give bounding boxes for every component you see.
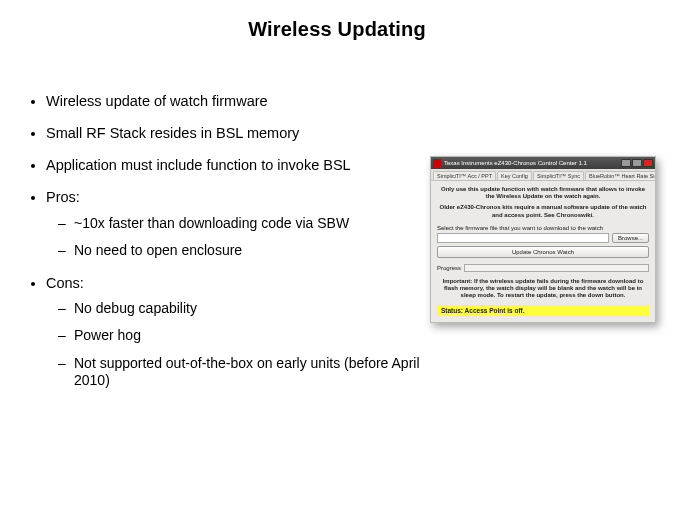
bullet-text: Application must include function to inv…	[46, 157, 351, 173]
bullet-text: Small RF Stack resides in BSL memory	[46, 125, 299, 141]
ti-logo-icon	[433, 159, 441, 167]
sub-text: Not supported out-of-the-box on early un…	[74, 355, 420, 389]
window-title: Texas Instruments eZ430-Chronos Control …	[444, 160, 620, 166]
firmware-file-input[interactable]	[437, 233, 609, 243]
bullet-text: Cons:	[46, 275, 84, 291]
sub-text: No need to open enclosure	[74, 242, 242, 258]
progress-label: Progress	[437, 265, 461, 271]
tab-simpliciti-sync[interactable]: SimpliciTI™ Sync	[533, 171, 584, 180]
sub-item: No debug capability	[58, 300, 426, 318]
note-main: Only use this update function with watch…	[437, 186, 649, 200]
sub-text: ~10x faster than downloading code via SB…	[74, 215, 349, 231]
tab-simpliciti-acc[interactable]: SimpliciTI™ Acc / PPT	[433, 171, 496, 180]
status-label: Status:	[441, 307, 463, 314]
tab-panel: Only use this update function with watch…	[431, 181, 655, 322]
bullet-item: Wireless update of watch firmware	[46, 92, 426, 110]
bullet-text: Wireless update of watch firmware	[46, 93, 268, 109]
sub-item: ~10x faster than downloading code via SB…	[58, 215, 426, 233]
maximize-button[interactable]	[632, 159, 642, 167]
sub-list: ~10x faster than downloading code via SB…	[46, 215, 426, 260]
tab-bar: SimpliciTI™ Acc / PPT Key Config Simplic…	[431, 169, 655, 181]
sub-text: No debug capability	[74, 300, 197, 316]
minimize-button[interactable]	[621, 159, 631, 167]
important-note: Important: If the wireless update fails …	[437, 278, 649, 300]
select-file-label: Select the firmware file that you want t…	[437, 225, 649, 231]
status-value: Access Point is off.	[465, 307, 525, 314]
update-watch-button[interactable]: Update Chronos Watch	[437, 246, 649, 258]
browse-button[interactable]: Browse...	[612, 233, 649, 243]
sub-list: No debug capability Power hog Not suppor…	[46, 300, 426, 390]
bullet-item: Small RF Stack resides in BSL memory	[46, 124, 426, 142]
file-row: Browse...	[437, 233, 649, 243]
sub-item: No need to open enclosure	[58, 242, 426, 260]
embedded-screenshot: Texas Instruments eZ430-Chronos Control …	[430, 156, 654, 323]
sub-item: Power hog	[58, 327, 426, 345]
status-bar: Status: Access Point is off.	[437, 305, 649, 316]
slide-body: Wireless update of watch firmware Small …	[26, 92, 426, 404]
slide-title: Wireless Updating	[0, 0, 674, 41]
tab-key-config[interactable]: Key Config	[497, 171, 532, 180]
bullet-list: Wireless update of watch firmware Small …	[26, 92, 426, 390]
progress-bar	[464, 264, 649, 272]
slide: Wireless Updating Wireless update of wat…	[0, 0, 674, 506]
bullet-text: Pros:	[46, 189, 80, 205]
note-older: Older eZ430-Chronos kits require a manua…	[437, 204, 649, 218]
bullet-item: Cons: No debug capability Power hog Not …	[46, 274, 426, 390]
bullet-item: Pros: ~10x faster than downloading code …	[46, 188, 426, 259]
sub-item: Not supported out-of-the-box on early un…	[58, 355, 426, 390]
app-window: Texas Instruments eZ430-Chronos Control …	[430, 156, 656, 323]
tab-bluerobin[interactable]: BlueRobin™ Heart Rate Sim	[585, 171, 655, 180]
progress-row: Progress	[437, 264, 649, 272]
titlebar: Texas Instruments eZ430-Chronos Control …	[431, 157, 655, 169]
close-button[interactable]	[643, 159, 653, 167]
sub-text: Power hog	[74, 327, 141, 343]
bullet-item: Application must include function to inv…	[46, 156, 426, 174]
